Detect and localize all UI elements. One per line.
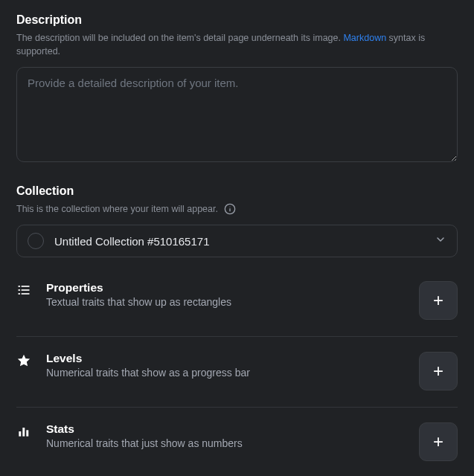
bar-chart-icon [16,422,33,442]
description-title: Description [16,13,458,27]
description-help-pre: The description will be included on the … [16,33,343,43]
traits-list: Properties Textual traits that show up a… [16,263,458,476]
markdown-link[interactable]: Markdown [343,33,386,43]
collection-title: Collection [16,184,458,198]
svg-rect-7 [19,294,21,295]
svg-rect-5 [19,290,21,292]
levels-row: Levels Numerical traits that show as a p… [16,337,458,408]
chevron-down-icon [435,234,446,248]
star-icon [16,352,33,371]
levels-sub: Numerical traits that show as a progress… [46,367,406,379]
svg-rect-9 [19,431,21,437]
list-icon [16,281,33,300]
svg-point-2 [229,207,230,208]
description-help: The description will be included on the … [16,31,458,58]
description-section: Description The description will be incl… [16,13,458,165]
stats-sub: Numerical traits that just show as numbe… [46,437,406,449]
collection-help: This is the collection where your item w… [16,202,218,216]
svg-rect-3 [19,286,21,288]
properties-sub: Textual traits that show up as rectangle… [46,296,406,308]
collection-select[interactable]: Untitled Collection #510165171 [16,225,458,257]
description-input[interactable] [16,67,458,162]
add-properties-button[interactable]: + [419,281,458,320]
svg-rect-4 [22,286,30,288]
svg-rect-10 [22,428,25,437]
collection-section: Collection This is the collection where … [16,184,458,257]
svg-rect-11 [26,431,28,437]
stats-title: Stats [46,422,406,436]
levels-title: Levels [46,352,406,365]
svg-rect-6 [22,290,30,292]
svg-rect-8 [22,294,30,295]
info-icon[interactable] [224,203,236,215]
properties-row: Properties Textual traits that show up a… [16,263,458,337]
properties-title: Properties [46,281,406,295]
stats-row: Stats Numerical traits that just show as… [16,408,458,476]
collection-avatar-placeholder [28,233,44,249]
collection-selected-label: Untitled Collection #510165171 [54,235,424,248]
add-stats-button[interactable]: + [419,422,458,461]
add-levels-button[interactable]: + [419,352,458,390]
